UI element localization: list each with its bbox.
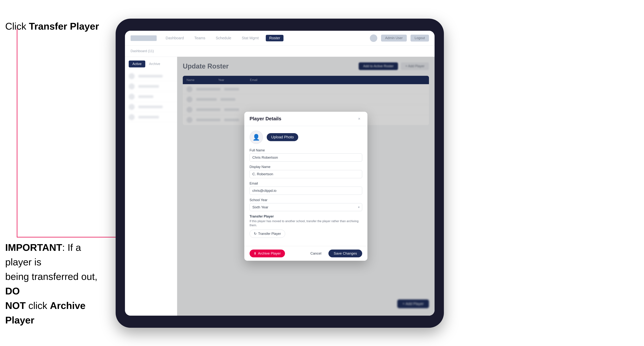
school-year-group: School Year First Year Second Year Third…: [250, 198, 362, 211]
instruction-not: NOT: [5, 300, 26, 311]
roster-name-4: [138, 106, 163, 108]
nav-item-schedule[interactable]: Schedule: [212, 35, 234, 41]
nav-item-roster[interactable]: Roster: [266, 35, 284, 41]
roster-name-1: [138, 75, 163, 77]
transfer-player-button[interactable]: ↻ Transfer Player: [250, 230, 285, 238]
photo-section: 👤 Upload Photo: [250, 131, 362, 144]
roster-row-1: [125, 71, 177, 81]
transfer-section-label: Transfer Player: [250, 214, 362, 218]
full-name-input[interactable]: [250, 154, 362, 162]
header-avatar: [370, 34, 377, 42]
header-logout-btn[interactable]: Logout: [410, 35, 429, 41]
roster-avatar-2: [129, 83, 135, 89]
instruction-top: Click Transfer Player: [5, 20, 99, 33]
sidebar-tabs: Active Archive: [125, 60, 177, 67]
instruction-important: IMPORTANT: [5, 242, 62, 253]
modal-close-button[interactable]: ×: [356, 116, 362, 122]
archive-icon: ⬇: [254, 251, 256, 255]
player-details-modal: Player Details × 👤 Upload Photo: [244, 112, 368, 261]
roster-row-2: [125, 81, 177, 92]
roster-name-2: [138, 85, 159, 88]
transfer-section: Transfer Player If this player has moved…: [250, 214, 362, 238]
breadcrumb: Dashboard (11): [130, 49, 154, 53]
user-icon: 👤: [252, 134, 260, 141]
sub-header: Dashboard (11): [125, 46, 434, 57]
school-year-label: School Year: [250, 198, 362, 202]
full-name-group: Full Name: [250, 149, 362, 162]
modal-title: Player Details: [250, 116, 282, 122]
sidebar: Active Archive: [125, 57, 177, 316]
school-year-select-wrapper: First Year Second Year Third Year Fourth…: [250, 203, 362, 211]
instruction-bold: Transfer Player: [29, 21, 99, 32]
modal-header: Player Details ×: [244, 112, 368, 126]
nav-item-teams[interactable]: Teams: [191, 35, 209, 41]
roster-avatar-4: [129, 104, 135, 110]
tablet-device: Dashboard Teams Schedule Stat Mgmt Roste…: [116, 19, 444, 328]
roster-row-4: [125, 102, 177, 112]
nav-item-dashboard[interactable]: Dashboard: [162, 35, 187, 41]
save-changes-button[interactable]: Save Changes: [328, 250, 362, 257]
app-header: Dashboard Teams Schedule Stat Mgmt Roste…: [125, 31, 434, 46]
cancel-button[interactable]: Cancel: [306, 250, 326, 257]
instruction-do: DO: [5, 286, 20, 297]
roster-avatar-5: [129, 114, 135, 120]
email-label: Email: [250, 181, 362, 185]
roster-avatar-1: [129, 73, 135, 79]
roster-name-5: [138, 116, 159, 118]
sidebar-tab-archive[interactable]: Archive: [145, 60, 164, 67]
roster-row-3: [125, 92, 177, 102]
header-settings-btn[interactable]: Admin User: [381, 35, 407, 41]
avatar-circle: 👤: [250, 131, 263, 144]
email-input[interactable]: [250, 186, 362, 195]
roster-avatar-3: [129, 94, 135, 100]
sidebar-tab-active[interactable]: Active: [129, 60, 145, 67]
instruction-bottom: IMPORTANT: If a player is being transfer…: [5, 240, 110, 327]
modal-body: 👤 Upload Photo Full Name: [244, 126, 368, 246]
archive-player-button[interactable]: ⬇ Archive Player: [250, 250, 285, 257]
nav-item-statmgmt[interactable]: Stat Mgmt: [238, 35, 262, 41]
modal-footer: ⬇ Archive Player Cancel Save Changes: [244, 246, 368, 261]
content-area: Active Archive: [125, 57, 434, 316]
display-name-input[interactable]: [250, 170, 362, 178]
header-right: Admin User Logout: [370, 34, 429, 42]
transfer-player-button-label: Transfer Player: [258, 232, 281, 236]
main-content: Update Roster Add to Active Roster + Add…: [177, 57, 434, 316]
roster-row-5: [125, 112, 177, 122]
email-group: Email: [250, 181, 362, 195]
upload-photo-button[interactable]: Upload Photo: [267, 133, 298, 141]
display-name-group: Display Name: [250, 165, 362, 178]
modal-backdrop: Player Details × 👤 Upload Photo: [177, 57, 434, 316]
app-logo: [130, 35, 157, 41]
nav-items: Dashboard Teams Schedule Stat Mgmt Roste…: [162, 35, 364, 41]
archive-player-button-label: Archive Player: [258, 251, 281, 255]
full-name-label: Full Name: [250, 149, 362, 152]
school-year-select[interactable]: First Year Second Year Third Year Fourth…: [250, 203, 362, 211]
roster-name-3: [138, 95, 153, 98]
tablet-screen: Dashboard Teams Schedule Stat Mgmt Roste…: [125, 31, 434, 316]
display-name-label: Display Name: [250, 165, 362, 169]
transfer-section-description: If this player has moved to another scho…: [250, 219, 362, 228]
transfer-icon: ↻: [254, 232, 257, 236]
annotation-vertical-line: [17, 29, 17, 237]
